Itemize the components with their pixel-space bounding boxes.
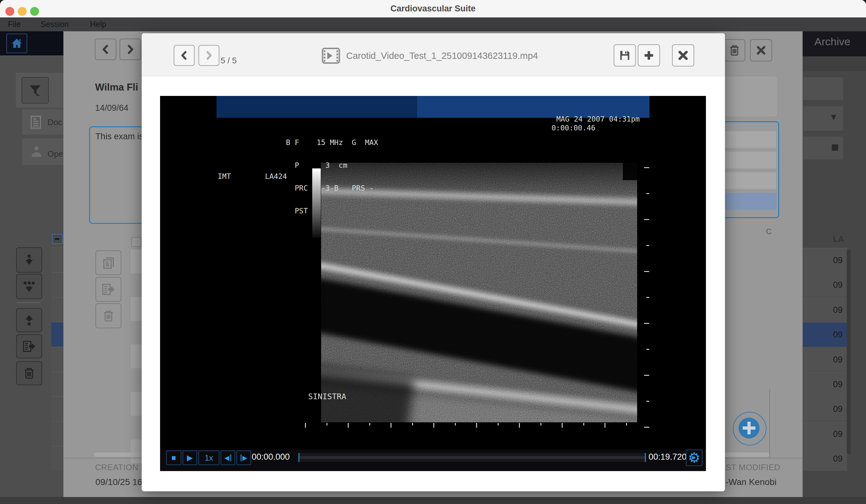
chevron-left-icon <box>96 39 116 59</box>
table-row[interactable] <box>131 368 142 392</box>
collapse-checkbox[interactable] <box>52 234 63 244</box>
right-panel-dropdown[interactable]: ▼ <box>803 106 843 131</box>
thumbnail-row[interactable] <box>51 446 63 471</box>
thumbnail-row[interactable] <box>51 248 63 272</box>
operator-icon <box>29 143 44 161</box>
ruler-tick <box>541 423 541 425</box>
select-all-checkbox[interactable] <box>131 237 142 247</box>
document-icon <box>28 114 44 132</box>
table-row[interactable]: 09 <box>803 372 847 396</box>
ruler-tick <box>305 423 306 428</box>
thumbnail-row[interactable] <box>51 372 63 396</box>
table-row[interactable]: 09 <box>803 422 847 446</box>
ruler-tick <box>519 423 520 428</box>
thumbnail-row[interactable] <box>51 396 63 421</box>
ruler-tick <box>644 167 649 168</box>
grayscale-bar <box>312 169 321 238</box>
table-row[interactable] <box>131 250 142 273</box>
download-button[interactable] <box>16 247 42 273</box>
export-button[interactable] <box>16 334 42 358</box>
archive-tab[interactable]: Archive <box>803 35 862 48</box>
right-table-scrollbar[interactable] <box>847 249 851 454</box>
close-viewer-button[interactable] <box>672 44 694 67</box>
operators-row[interactable]: Ope <box>22 138 63 165</box>
ruler-tick <box>562 423 563 428</box>
media-filename: Carotid_Video_Test_1_251009143623119.mp4 <box>346 51 538 61</box>
thumbnail-row[interactable] <box>51 272 63 297</box>
window-title: Cardiovascular Suite <box>0 4 866 14</box>
table-row[interactable]: 09 <box>803 397 847 421</box>
thumbnail-row[interactable] <box>51 297 63 322</box>
table-row[interactable]: 09 <box>803 273 847 297</box>
nav-forward-button[interactable] <box>120 38 141 60</box>
export-selected-button[interactable] <box>96 277 121 302</box>
table-row[interactable]: 09 <box>803 347 847 372</box>
next-media-button[interactable] <box>198 45 219 66</box>
menu-file[interactable]: File <box>8 20 21 29</box>
right-panel-field-1[interactable] <box>803 77 843 100</box>
total-time: 00:19.720 <box>648 452 687 462</box>
video-timecode: 0:00:00.46 <box>552 124 595 132</box>
thumbnail-row[interactable] <box>51 322 63 347</box>
ruler-tick <box>498 423 499 425</box>
table-row[interactable]: 09 <box>803 322 847 347</box>
upload-button[interactable] <box>16 308 42 332</box>
table-row[interactable] <box>131 344 142 368</box>
home-button[interactable] <box>6 34 27 53</box>
step-forward-button[interactable]: ▶ <box>236 450 251 465</box>
close-icon <box>751 40 771 61</box>
nav-back-button[interactable] <box>95 38 116 60</box>
step-back-button[interactable]: ◀ <box>221 450 235 465</box>
stop-button[interactable]: ■ <box>166 450 181 465</box>
bg-close-button[interactable] <box>750 39 772 61</box>
thumbnail-row[interactable] <box>51 421 63 446</box>
play-button[interactable]: ▶ <box>182 450 197 465</box>
chevron-down-icon: ▼ <box>829 112 838 122</box>
step-forward-icon: ▶ <box>243 454 247 461</box>
table-row[interactable] <box>131 273 142 297</box>
menu-session[interactable]: Session <box>41 20 69 29</box>
ruler-tick <box>455 423 456 425</box>
documents-row[interactable]: Doc <box>22 109 63 135</box>
delete-button[interactable] <box>16 361 42 385</box>
right-panel-checkbox-field[interactable] <box>803 136 843 160</box>
ruler-tick <box>644 219 649 220</box>
player-settings-button[interactable]: ⚙ ▶ <box>686 449 702 466</box>
save-button[interactable] <box>614 44 636 67</box>
save-icon <box>614 45 635 66</box>
table-row[interactable] <box>131 439 142 463</box>
filter-button[interactable] <box>22 77 49 104</box>
download-all-button[interactable] <box>16 274 42 299</box>
speed-button[interactable]: 1x <box>198 450 219 465</box>
delete-selected-button[interactable] <box>96 303 121 328</box>
table-row[interactable]: 09 <box>803 248 847 272</box>
speed-label: 1x <box>205 453 213 462</box>
table-row[interactable] <box>131 297 142 321</box>
add-exam-button[interactable] <box>733 412 766 445</box>
trash-icon <box>724 40 745 61</box>
table-row[interactable] <box>131 392 142 416</box>
home-icon <box>7 34 26 53</box>
table-row[interactable]: 09 <box>803 298 847 322</box>
ruler-tick <box>644 375 649 376</box>
window-bottom-bar <box>0 497 866 504</box>
prev-media-button[interactable] <box>174 45 195 66</box>
table-row[interactable]: 09 <box>803 446 847 471</box>
table-row[interactable] <box>131 416 142 439</box>
right-table[interactable]: 090909090909090909 <box>803 248 847 471</box>
ruler-tick <box>326 423 327 425</box>
ruler-tick <box>646 193 649 194</box>
patient-name: Wilma Fli <box>95 82 141 93</box>
thumbnail-column[interactable] <box>51 248 63 471</box>
play-icon: ▶ <box>187 453 193 462</box>
bg-delete-button[interactable] <box>724 39 745 61</box>
playhead[interactable] <box>298 453 300 462</box>
plus-icon <box>639 45 659 66</box>
table-row[interactable] <box>131 321 142 344</box>
thumbnail-row[interactable] <box>51 347 63 372</box>
ruler-tick <box>583 423 584 425</box>
export-icon <box>17 335 42 358</box>
copy-button[interactable] <box>96 250 121 275</box>
menu-help[interactable]: Help <box>90 20 106 29</box>
add-media-button[interactable] <box>638 44 660 67</box>
